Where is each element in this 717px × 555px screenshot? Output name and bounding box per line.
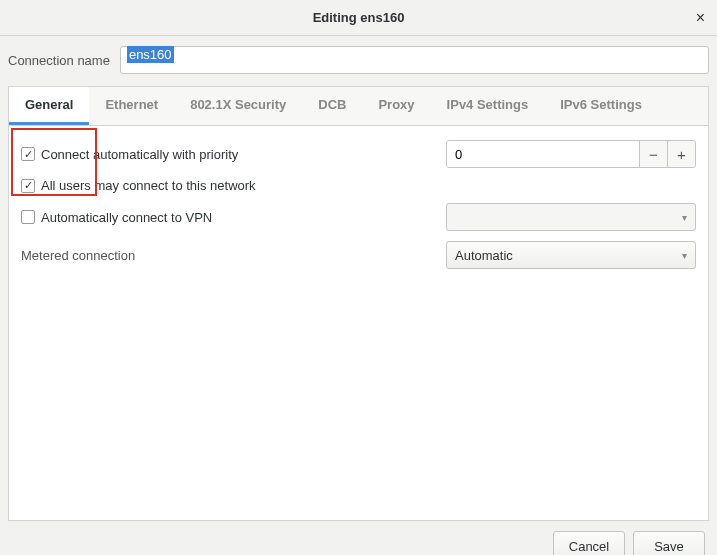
priority-spinbox[interactable]: − + — [446, 140, 696, 168]
metered-label: Metered connection — [21, 248, 436, 263]
connection-name-value: ens160 — [127, 46, 174, 63]
connection-name-row: Connection name ens160 — [0, 36, 717, 82]
titlebar: Editing ens160 × — [0, 0, 717, 36]
metered-row: Metered connection Automatic ▾ — [21, 241, 696, 269]
connection-name-label: Connection name — [8, 53, 110, 68]
chevron-down-icon: ▾ — [682, 212, 687, 223]
tab-ipv6[interactable]: IPv6 Settings — [544, 87, 658, 125]
all-users-row: All users may connect to this network — [21, 178, 696, 193]
all-users-checkbox[interactable] — [21, 179, 35, 193]
save-button[interactable]: Save — [633, 531, 705, 555]
priority-decrement[interactable]: − — [639, 141, 667, 167]
tab-container: General Ethernet 802.1X Security DCB Pro… — [8, 86, 709, 521]
priority-input[interactable] — [447, 141, 639, 167]
auto-connect-checkbox[interactable] — [21, 147, 35, 161]
all-users-label: All users may connect to this network — [41, 178, 256, 193]
metered-combo-value: Automatic — [455, 248, 513, 263]
metered-combo[interactable]: Automatic ▾ — [446, 241, 696, 269]
tab-proxy[interactable]: Proxy — [362, 87, 430, 125]
tab-general[interactable]: General — [9, 87, 89, 125]
tab-body-general: Connect automatically with priority − + … — [9, 126, 708, 520]
priority-increment[interactable]: + — [667, 141, 695, 167]
vpn-combo[interactable]: ▾ — [446, 203, 696, 231]
tab-ipv4[interactable]: IPv4 Settings — [431, 87, 545, 125]
auto-connect-label: Connect automatically with priority — [41, 147, 238, 162]
dialog-footer: Cancel Save — [0, 521, 717, 555]
auto-connect-row: Connect automatically with priority − + — [21, 140, 696, 168]
connection-name-input[interactable]: ens160 — [120, 46, 709, 74]
auto-vpn-checkbox[interactable] — [21, 210, 35, 224]
tab-ethernet[interactable]: Ethernet — [89, 87, 174, 125]
cancel-button[interactable]: Cancel — [553, 531, 625, 555]
window-title: Editing ens160 — [313, 10, 405, 25]
close-icon[interactable]: × — [696, 9, 705, 27]
tab-bar: General Ethernet 802.1X Security DCB Pro… — [9, 87, 708, 126]
tab-dcb[interactable]: DCB — [302, 87, 362, 125]
chevron-down-icon: ▾ — [682, 250, 687, 261]
tab-8021x[interactable]: 802.1X Security — [174, 87, 302, 125]
auto-vpn-label: Automatically connect to VPN — [41, 210, 212, 225]
auto-vpn-row: Automatically connect to VPN ▾ — [21, 203, 696, 231]
